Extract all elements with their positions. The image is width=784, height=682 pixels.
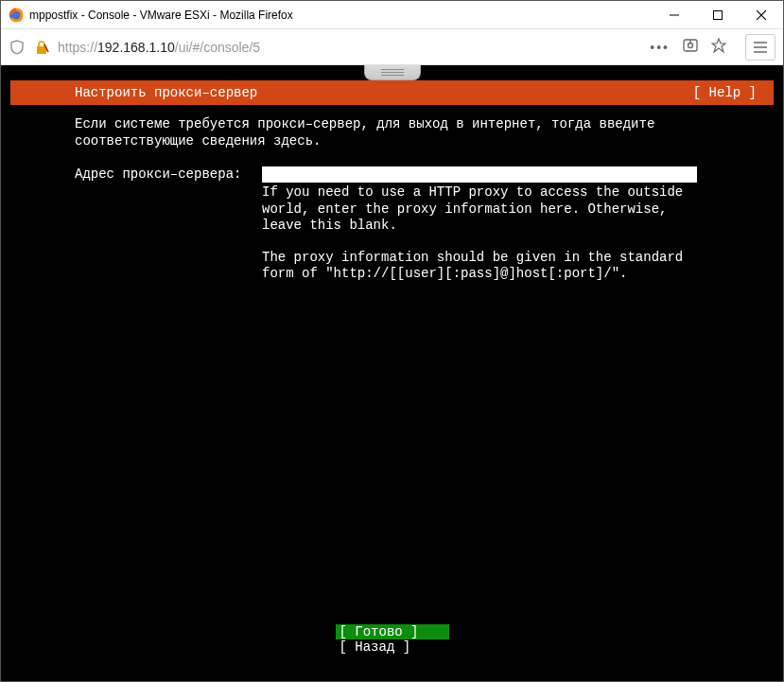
minimize-button[interactable] — [653, 1, 696, 29]
url-host: 192.168.1.10 — [97, 40, 175, 55]
intro-text: Если системе требуется прокси–сервер, дл… — [75, 116, 757, 149]
maximize-button[interactable] — [696, 1, 740, 29]
done-button[interactable]: [ Готово ] — [336, 624, 449, 639]
window-controls — [653, 1, 783, 29]
url-protocol: https:// — [58, 40, 97, 55]
console-body: Если системе требуется прокси–сервер, дл… — [10, 105, 774, 294]
lock-warning-icon[interactable] — [33, 39, 50, 56]
addressbar-actions: ••• — [650, 34, 775, 61]
window-titlebar: mppostfix - Console - VMware ESXi - Mozi… — [1, 1, 783, 29]
console-drawer-handle[interactable] — [364, 65, 421, 80]
help-button[interactable]: [ Help ] — [693, 85, 757, 100]
page-content: Настроить прокси–сервер [ Help ] Если си… — [1, 65, 783, 681]
browser-window: mppostfix - Console - VMware ESXi - Mozi… — [0, 0, 784, 682]
reader-icon[interactable] — [683, 38, 698, 57]
proxy-form-row: Адрес прокси–сервера: If you need to use… — [75, 166, 757, 283]
window-title: mppostfix - Console - VMware ESXi - Mozi… — [29, 9, 653, 22]
proxy-form-right: If you need to use a HTTP proxy to acces… — [262, 166, 757, 283]
shield-icon[interactable] — [9, 39, 26, 56]
browser-addressbar: https://192.168.1.10/ui/#/console/5 ••• — [1, 29, 783, 65]
svg-rect-5 — [37, 46, 46, 54]
proxy-address-label: Адрес прокси–сервера: — [75, 166, 262, 283]
back-button[interactable]: [ Назад ] — [336, 639, 449, 655]
console-header: Настроить прокси–сервер [ Help ] — [10, 80, 774, 105]
close-button[interactable] — [740, 1, 783, 29]
console-footer: [ Готово ] [ Назад ] — [10, 624, 774, 655]
vm-console: Настроить прокси–сервер [ Help ] Если си… — [10, 80, 774, 672]
bookmark-star-icon[interactable] — [711, 38, 726, 57]
menu-button[interactable] — [745, 34, 775, 61]
proxy-help-text-2: The proxy information should be given in… — [262, 250, 697, 283]
svg-point-8 — [688, 43, 693, 47]
proxy-help-text-1: If you need to use a HTTP proxy to acces… — [262, 184, 697, 235]
url-display[interactable]: https://192.168.1.10/ui/#/console/5 — [58, 40, 642, 55]
more-icon[interactable]: ••• — [650, 40, 670, 55]
firefox-icon — [9, 8, 24, 23]
url-path: /ui/#/console/5 — [175, 40, 260, 55]
proxy-address-input[interactable] — [262, 166, 697, 183]
svg-rect-2 — [714, 10, 723, 19]
console-title: Настроить прокси–сервер — [75, 85, 693, 100]
